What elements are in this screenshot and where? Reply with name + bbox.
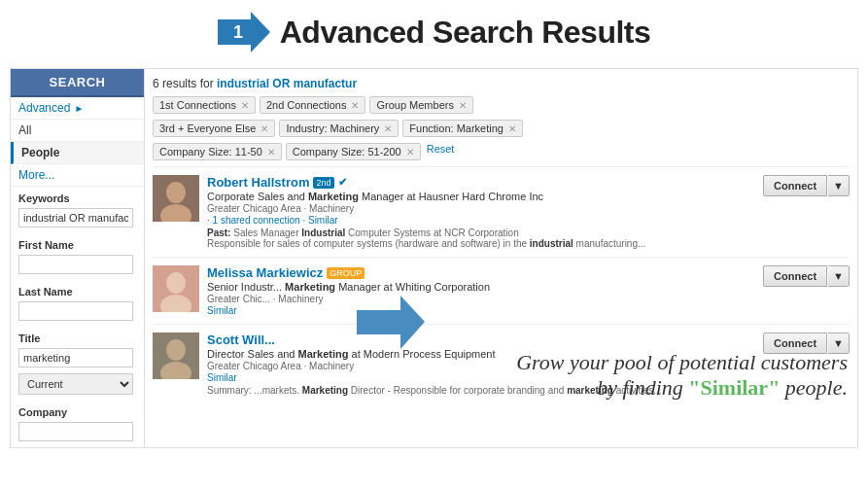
step1-arrow-icon: 1: [218, 12, 270, 52]
remove-filter-icon[interactable]: ✕: [351, 100, 359, 111]
result-name-3: Scott Will...: [207, 332, 755, 347]
remove-filter-icon[interactable]: ✕: [267, 147, 275, 158]
result-name-2: Melissa Markiewicz GROUP: [207, 265, 755, 280]
filter-tag[interactable]: Function: Marketing ✕: [402, 120, 523, 137]
svg-marker-0: [218, 12, 270, 52]
result-location-1: Greater Chicago Area · Machinery: [207, 203, 755, 214]
result-card-1: Robert Hallstrom 2nd ✔ Corporate Sales a…: [153, 166, 850, 257]
result-name-1: Robert Hallstrom 2nd ✔: [207, 175, 755, 190]
lastname-input[interactable]: [18, 301, 133, 321]
remove-filter-icon[interactable]: ✕: [384, 123, 392, 134]
company-input[interactable]: [18, 422, 133, 441]
remove-filter-icon[interactable]: ✕: [508, 123, 516, 134]
filter-tags: 1st Connections ✕ 2nd Connections ✕ Grou…: [153, 96, 850, 114]
filter-tag[interactable]: Industry: Machinery ✕: [279, 120, 399, 137]
result-info-3: Scott Will... Director Sales and Marketi…: [207, 332, 755, 396]
filter-tag[interactable]: 3rd + Everyone Else ✕: [153, 120, 275, 137]
filter-tag[interactable]: 2nd Connections ✕: [260, 96, 366, 114]
reset-filters-link[interactable]: Reset: [427, 143, 455, 160]
results-summary: 6 results for industrial OR manufactur: [153, 77, 850, 90]
result-connection-3: Similar: [207, 372, 755, 383]
firstname-label: First Name: [11, 233, 144, 253]
remove-filter-icon[interactable]: ✕: [406, 147, 414, 158]
result-info-2: Melissa Markiewicz GROUP Senior Industr.…: [207, 265, 755, 316]
svg-point-3: [166, 182, 186, 203]
result-title-1: Corporate Sales and Marketing Manager at…: [207, 191, 755, 202]
filter-tag[interactable]: Company Size: 11-50 ✕: [153, 143, 282, 160]
result-connection-1: · 1 shared connection · Similar: [207, 215, 755, 226]
result-location-2: Greater Chic... · Machinery: [207, 294, 755, 304]
chevron-right-icon: ►: [74, 103, 84, 114]
result-location-3: Greater Chicago Area · Machinery: [207, 361, 755, 371]
title-input[interactable]: [18, 348, 133, 368]
result-card-2: Melissa Markiewicz GROUP Senior Industr.…: [153, 257, 850, 324]
sidebar-all[interactable]: All: [11, 120, 144, 142]
page-title: Advanced Search Results: [280, 15, 651, 51]
avatar-placeholder-1: [153, 175, 199, 222]
connect-button-3[interactable]: Connect: [763, 332, 827, 354]
connect-wrap-3: Connect ▼: [763, 332, 850, 354]
result-summary-3: Summary: ...markets. Marketing Director …: [207, 385, 755, 396]
svg-point-9: [166, 339, 186, 361]
connection-badge-1: 2nd: [313, 177, 333, 189]
keywords-input[interactable]: [18, 208, 133, 228]
result-card-3: Scott Will... Director Sales and Marketi…: [153, 324, 850, 403]
avatar-placeholder-2: [153, 265, 199, 312]
result-title-3: Director Sales and Marketing at Modern P…: [207, 348, 755, 360]
svg-text:1: 1: [233, 22, 243, 42]
svg-point-6: [166, 272, 186, 294]
verified-icon: ✔: [338, 176, 347, 189]
connect-button-1[interactable]: Connect: [763, 175, 827, 196]
title-label: Title: [11, 327, 144, 346]
search-button[interactable]: SEARCH: [11, 69, 144, 97]
filter-tag[interactable]: 1st Connections ✕: [153, 96, 256, 114]
avatar-2: [153, 265, 199, 312]
results-area: 6 results for industrial OR manufactur 1…: [144, 68, 858, 448]
remove-filter-icon[interactable]: ✕: [260, 123, 268, 134]
result-info-1: Robert Hallstrom 2nd ✔ Corporate Sales a…: [207, 175, 755, 249]
remove-filter-icon[interactable]: ✕: [459, 100, 467, 111]
filter-tags-row2: 3rd + Everyone Else ✕ Industry: Machiner…: [153, 120, 850, 137]
remove-filter-icon[interactable]: ✕: [241, 100, 249, 111]
result-title-2: Senior Industr... Marketing Manager at W…: [207, 281, 755, 293]
avatar-1: [153, 175, 199, 222]
firstname-input[interactable]: [18, 255, 133, 274]
connect-button-2[interactable]: Connect: [763, 265, 827, 287]
lastname-label: Last Name: [11, 280, 144, 299]
connect-dropdown-1[interactable]: ▼: [828, 175, 850, 196]
filter-tag[interactable]: Group Members ✕: [369, 96, 472, 114]
filter-tag[interactable]: Company Size: 51-200 ✕: [286, 143, 421, 160]
title-type-select[interactable]: Current Past Current or Past: [18, 373, 133, 395]
result-past-1: Past: Sales Manager Industrial Computer …: [207, 228, 755, 249]
keywords-label: Keywords: [11, 187, 144, 206]
sidebar-people[interactable]: People: [11, 142, 144, 164]
filter-tags-row3: Company Size: 11-50 ✕ Company Size: 51-2…: [153, 143, 850, 160]
result-connection-2: Similar: [207, 305, 755, 316]
connect-dropdown-2[interactable]: ▼: [828, 265, 850, 287]
main-layout: SEARCH Advanced ► All People More... Key…: [10, 68, 858, 448]
sidebar-more[interactable]: More...: [11, 164, 144, 187]
advanced-link[interactable]: Advanced ►: [11, 97, 144, 120]
sidebar: SEARCH Advanced ► All People More... Key…: [10, 68, 144, 448]
company-label: Company: [11, 401, 144, 420]
page-header: 1 Advanced Search Results: [0, 0, 868, 60]
connect-wrap-2: Connect ▼: [763, 265, 850, 287]
connect-wrap-1: Connect ▼: [763, 175, 850, 196]
connect-dropdown-3[interactable]: ▼: [828, 332, 850, 354]
group-badge-2: GROUP: [327, 267, 365, 279]
avatar-placeholder-3: [153, 332, 199, 379]
avatar-3: [153, 332, 199, 379]
